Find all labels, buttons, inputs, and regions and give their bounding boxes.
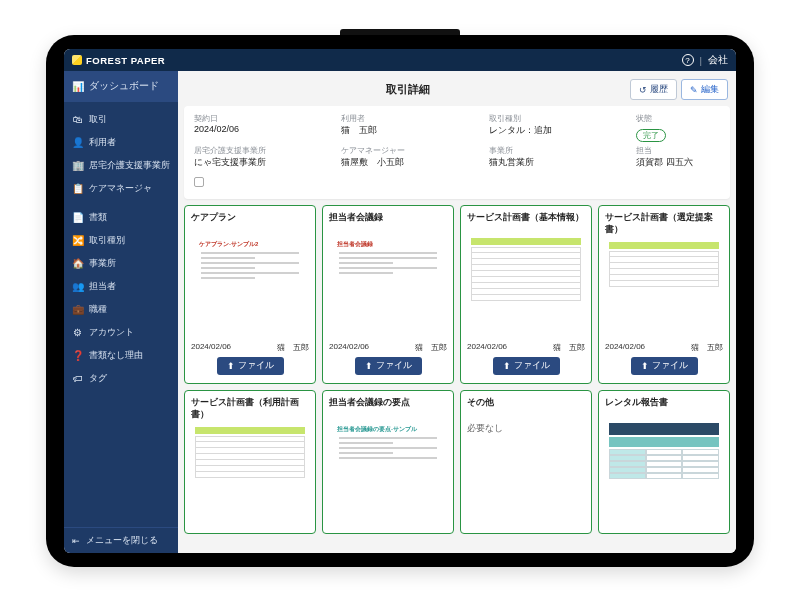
dashboard-icon: 📊 (72, 81, 83, 92)
doc-title: サービス計画書（利用計画書） (191, 397, 309, 421)
info-value: 猫 五郎 (341, 124, 480, 137)
company-link[interactable]: 会社 (708, 54, 728, 67)
upload-icon: ⬆ (641, 361, 649, 371)
sidebar-item-label: メニューを閉じる (86, 534, 158, 547)
brand-logo-icon (72, 55, 82, 65)
info-label: 状態 (636, 114, 720, 124)
file-icon: 📄 (72, 212, 83, 223)
doc-card[interactable]: 担当者会議録の要点 担当者会議録の要点-サンプル (322, 390, 454, 534)
info-label: 担当 (636, 146, 720, 156)
doc-thumb (607, 240, 721, 336)
sidebar-item-offices[interactable]: 🏠事業所 (64, 252, 178, 275)
user-icon: 👤 (72, 137, 83, 148)
doc-thumb (469, 236, 583, 336)
collapse-icon: ⇤ (72, 536, 80, 546)
doc-who: 猫 五郎 (415, 342, 447, 353)
brand: FOREST PAPER (72, 55, 165, 66)
topbar: FOREST PAPER ? | 会社 (64, 49, 736, 71)
sidebar-item-label: 取引種別 (89, 234, 125, 247)
sidebar-item-tags[interactable]: 🏷タグ (64, 367, 178, 390)
doc-title: サービス計画書（選定提案書） (605, 212, 723, 236)
sidebar-item-care-managers[interactable]: 📋ケアマネージャ (64, 177, 178, 200)
edit-button[interactable]: ✎編集 (681, 79, 728, 100)
sidebar-item-label: アカウント (89, 326, 134, 339)
page-title: 取引詳細 (186, 82, 630, 97)
swap-icon: 🔀 (72, 235, 83, 246)
sidebar-item-account[interactable]: ⚙アカウント (64, 321, 178, 344)
doc-title: 担当者会議録の要点 (329, 397, 447, 417)
sidebar-item-documents[interactable]: 📄書類 (64, 206, 178, 229)
help-icon[interactable]: ? (682, 54, 694, 66)
doc-title: その他 (467, 397, 585, 417)
briefcase-icon: 💼 (72, 304, 83, 315)
doc-card[interactable]: ケアプラン ケアプラン-サンプル2 2024/02/06猫 五郎 ⬆ファイル (184, 205, 316, 384)
sidebar-item-label: 職種 (89, 303, 107, 316)
file-button[interactable]: ⬆ファイル (217, 357, 284, 375)
doc-who: 猫 五郎 (277, 342, 309, 353)
info-label: 契約日 (194, 114, 333, 124)
sidebar-item-transaction-types[interactable]: 🔀取引種別 (64, 229, 178, 252)
sidebar-item-care-offices[interactable]: 🏢居宅介護支援事業所 (64, 154, 178, 177)
info-value: レンタル：追加 (489, 124, 628, 137)
sidebar-item-label: ケアマネージャ (89, 182, 152, 195)
doc-thumb (193, 425, 307, 521)
checkbox[interactable] (194, 177, 204, 187)
sidebar-item-label: 書類 (89, 211, 107, 224)
sidebar-item-label: 居宅介護支援事業所 (89, 159, 170, 172)
sidebar-item-label: ダッシュボード (89, 80, 159, 93)
doc-date: 2024/02/06 (329, 342, 369, 353)
history-button[interactable]: ↺履歴 (630, 79, 677, 100)
doc-card[interactable]: 担当者会議録 担当者会議録 2024/02/06猫 五郎 ⬆ファイル (322, 205, 454, 384)
sidebar-item-job-types[interactable]: 💼職種 (64, 298, 178, 321)
info-value: 須賀郡 四五六 (636, 156, 720, 169)
sidebar-collapse[interactable]: ⇤ メニューを閉じる (64, 527, 178, 553)
sidebar: 📊 ダッシュボード 🛍取引 👤利用者 🏢居宅介護支援事業所 📋ケアマネージャ 📄… (64, 71, 178, 553)
history-icon: ↺ (639, 85, 647, 95)
sidebar-item-label: 取引 (89, 113, 107, 126)
doc-thumb: ケアプラン-サンプル2 (193, 236, 307, 336)
sidebar-item-label: 利用者 (89, 136, 116, 149)
doc-title: レンタル報告書 (605, 397, 723, 417)
doc-title: ケアプラン (191, 212, 309, 232)
sidebar-item-dashboard[interactable]: 📊 ダッシュボード (64, 71, 178, 102)
info-value: 2024/02/06 (194, 124, 333, 134)
doc-card[interactable]: サービス計画書（選定提案書） 2024/02/06猫 五郎 ⬆ファイル (598, 205, 730, 384)
clipboard-icon: 📋 (72, 183, 83, 194)
sidebar-item-users[interactable]: 👤利用者 (64, 131, 178, 154)
upload-icon: ⬆ (365, 361, 373, 371)
doc-note: 必要なし (467, 423, 585, 435)
people-icon: 👥 (72, 281, 83, 292)
doc-date: 2024/02/06 (467, 342, 507, 353)
info-label: ケアマネージャー (341, 146, 480, 156)
doc-card[interactable]: サービス計画書（基本情報） 2024/02/06猫 五郎 ⬆ファイル (460, 205, 592, 384)
question-icon: ❓ (72, 350, 83, 361)
status-badge: 完了 (636, 129, 666, 142)
file-button[interactable]: ⬆ファイル (631, 357, 698, 375)
doc-card[interactable]: サービス計画書（利用計画書） (184, 390, 316, 534)
building-icon: 🏢 (72, 160, 83, 171)
info-label: 事業所 (489, 146, 628, 156)
doc-title: サービス計画書（基本情報） (467, 212, 585, 232)
info-value: 猫丸営業所 (489, 156, 628, 169)
sidebar-item-label: 書類なし理由 (89, 349, 143, 362)
sidebar-item-no-doc-reason[interactable]: ❓書類なし理由 (64, 344, 178, 367)
info-label: 居宅介護支援事業所 (194, 146, 333, 156)
doc-date: 2024/02/06 (191, 342, 231, 353)
file-button[interactable]: ⬆ファイル (493, 357, 560, 375)
sidebar-item-transactions[interactable]: 🛍取引 (64, 108, 178, 131)
doc-who: 猫 五郎 (691, 342, 723, 353)
info-label: 取引種別 (489, 114, 628, 124)
home-icon: 🏠 (72, 258, 83, 269)
doc-card[interactable]: その他 必要なし (460, 390, 592, 534)
sidebar-item-label: 担当者 (89, 280, 116, 293)
info-value: 猫屋敷 小五郎 (341, 156, 480, 169)
doc-card[interactable]: レンタル報告書 (598, 390, 730, 534)
file-button[interactable]: ⬆ファイル (355, 357, 422, 375)
doc-title: 担当者会議録 (329, 212, 447, 232)
doc-thumb: 担当者会議録 (331, 236, 445, 336)
upload-icon: ⬆ (503, 361, 511, 371)
transaction-info-card: 契約日2024/02/06 利用者猫 五郎 取引種別レンタル：追加 状態完了 居… (184, 106, 730, 199)
documents-grid: ケアプラン ケアプラン-サンプル2 2024/02/06猫 五郎 ⬆ファイル 担… (184, 205, 730, 534)
content: 取引詳細 ↺履歴 ✎編集 契約日2024/02/06 利用者猫 五郎 取引種別レ… (178, 71, 736, 553)
sidebar-item-staff[interactable]: 👥担当者 (64, 275, 178, 298)
